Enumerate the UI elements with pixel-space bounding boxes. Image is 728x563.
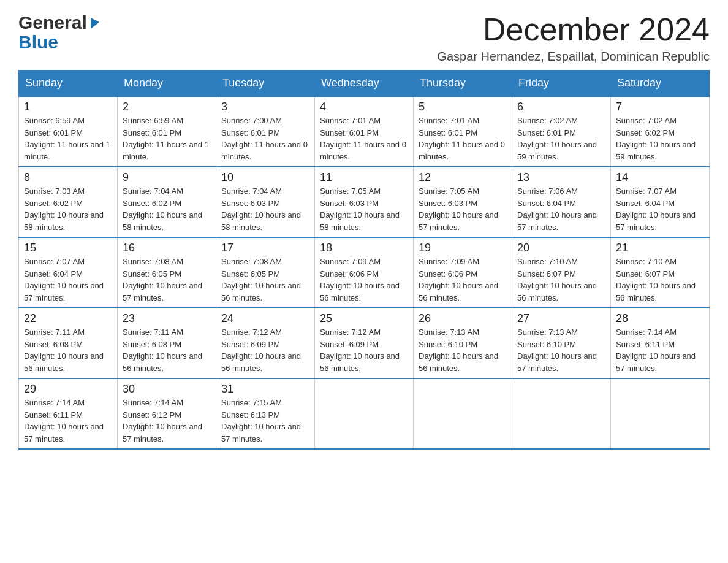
day-number: 31 (221, 383, 309, 396)
logo-blue-text: Blue (18, 33, 58, 52)
calendar-cell: 14 Sunrise: 7:07 AMSunset: 6:04 PMDaylig… (611, 167, 710, 237)
logo-general-line: General (18, 12, 102, 33)
day-number: 17 (221, 242, 309, 255)
day-number: 9 (123, 171, 211, 184)
day-info: Sunrise: 7:08 AMSunset: 6:05 PMDaylight:… (221, 257, 301, 302)
day-number: 5 (419, 101, 507, 113)
day-info: Sunrise: 7:07 AMSunset: 6:04 PMDaylight:… (24, 257, 104, 302)
day-info: Sunrise: 7:01 AMSunset: 6:01 PMDaylight:… (320, 116, 406, 161)
day-number: 11 (320, 171, 408, 184)
day-info: Sunrise: 7:03 AMSunset: 6:02 PMDaylight:… (24, 186, 104, 232)
day-number: 15 (24, 242, 112, 255)
day-info: Sunrise: 7:07 AMSunset: 6:04 PMDaylight:… (616, 186, 696, 232)
calendar-cell: 19 Sunrise: 7:09 AMSunset: 6:06 PMDaylig… (414, 237, 512, 308)
calendar-cell: 18 Sunrise: 7:09 AMSunset: 6:06 PMDaylig… (315, 237, 414, 308)
day-number: 22 (24, 312, 112, 325)
day-info: Sunrise: 7:11 AMSunset: 6:08 PMDaylight:… (24, 327, 104, 373)
calendar-cell: 7 Sunrise: 7:02 AMSunset: 6:02 PMDayligh… (611, 96, 710, 167)
calendar-cell: 5 Sunrise: 7:01 AMSunset: 6:01 PMDayligh… (414, 96, 512, 167)
calendar-cell: 13 Sunrise: 7:06 AMSunset: 6:04 PMDaylig… (512, 167, 611, 237)
day-info: Sunrise: 7:04 AMSunset: 6:03 PMDaylight:… (221, 186, 301, 232)
day-info: Sunrise: 7:15 AMSunset: 6:13 PMDaylight:… (221, 398, 301, 443)
calendar-cell: 17 Sunrise: 7:08 AMSunset: 6:05 PMDaylig… (216, 237, 315, 308)
calendar-table: SundayMondayTuesdayWednesdayThursdayFrid… (18, 70, 710, 450)
calendar-week-row: 29 Sunrise: 7:14 AMSunset: 6:11 PMDaylig… (19, 378, 710, 449)
calendar-cell (611, 378, 710, 449)
day-info: Sunrise: 7:10 AMSunset: 6:07 PMDaylight:… (517, 257, 597, 302)
calendar-week-row: 22 Sunrise: 7:11 AMSunset: 6:08 PMDaylig… (19, 308, 710, 378)
day-number: 7 (616, 101, 704, 113)
title-area: December 2024 Gaspar Hernandez, Espailla… (437, 12, 710, 64)
day-info: Sunrise: 7:02 AMSunset: 6:02 PMDaylight:… (616, 116, 696, 161)
day-number: 27 (517, 312, 605, 325)
calendar-cell (315, 378, 414, 449)
weekday-header-tuesday: Tuesday (216, 71, 315, 97)
weekday-header-saturday: Saturday (611, 71, 710, 97)
day-number: 20 (517, 242, 605, 255)
day-number: 21 (616, 242, 704, 255)
calendar-cell: 1 Sunrise: 6:59 AMSunset: 6:01 PMDayligh… (19, 96, 118, 167)
day-info: Sunrise: 7:14 AMSunset: 6:11 PMDaylight:… (616, 327, 696, 373)
day-info: Sunrise: 7:11 AMSunset: 6:08 PMDaylight:… (123, 327, 202, 373)
day-number: 30 (123, 383, 211, 396)
calendar-cell: 30 Sunrise: 7:14 AMSunset: 6:12 PMDaylig… (118, 378, 216, 449)
day-number: 1 (24, 101, 112, 113)
day-info: Sunrise: 7:12 AMSunset: 6:09 PMDaylight:… (320, 327, 400, 373)
day-info: Sunrise: 7:14 AMSunset: 6:12 PMDaylight:… (123, 398, 202, 443)
day-info: Sunrise: 7:02 AMSunset: 6:01 PMDaylight:… (517, 116, 597, 161)
weekday-header-wednesday: Wednesday (315, 71, 414, 97)
calendar-week-row: 8 Sunrise: 7:03 AMSunset: 6:02 PMDayligh… (19, 167, 710, 237)
calendar-cell (414, 378, 512, 449)
day-number: 18 (320, 242, 408, 255)
month-title: December 2024 (437, 12, 710, 47)
day-info: Sunrise: 7:09 AMSunset: 6:06 PMDaylight:… (320, 257, 400, 302)
calendar-cell: 25 Sunrise: 7:12 AMSunset: 6:09 PMDaylig… (315, 308, 414, 378)
day-info: Sunrise: 7:13 AMSunset: 6:10 PMDaylight:… (419, 327, 498, 373)
weekday-header-monday: Monday (118, 71, 216, 97)
day-number: 6 (517, 101, 605, 113)
page-header: General Blue December 2024 Gaspar Hernan… (18, 12, 710, 64)
calendar-week-row: 15 Sunrise: 7:07 AMSunset: 6:04 PMDaylig… (19, 237, 710, 308)
calendar-cell (512, 378, 611, 449)
day-number: 8 (24, 171, 112, 184)
calendar-cell: 9 Sunrise: 7:04 AMSunset: 6:02 PMDayligh… (118, 167, 216, 237)
day-number: 28 (616, 312, 704, 325)
day-number: 29 (24, 383, 112, 396)
calendar-cell: 4 Sunrise: 7:01 AMSunset: 6:01 PMDayligh… (315, 96, 414, 167)
calendar-cell: 12 Sunrise: 7:05 AMSunset: 6:03 PMDaylig… (414, 167, 512, 237)
weekday-header-thursday: Thursday (414, 71, 512, 97)
calendar-cell: 8 Sunrise: 7:03 AMSunset: 6:02 PMDayligh… (19, 167, 118, 237)
calendar-cell: 23 Sunrise: 7:11 AMSunset: 6:08 PMDaylig… (118, 308, 216, 378)
logo: General Blue (18, 12, 102, 52)
day-info: Sunrise: 7:13 AMSunset: 6:10 PMDaylight:… (517, 327, 597, 373)
day-info: Sunrise: 7:12 AMSunset: 6:09 PMDaylight:… (221, 327, 301, 373)
day-info: Sunrise: 7:04 AMSunset: 6:02 PMDaylight:… (123, 186, 202, 232)
day-number: 13 (517, 171, 605, 184)
weekday-header-sunday: Sunday (19, 71, 118, 97)
day-info: Sunrise: 7:05 AMSunset: 6:03 PMDaylight:… (419, 186, 498, 232)
location-subtitle: Gaspar Hernandez, Espaillat, Dominican R… (437, 50, 710, 64)
calendar-cell: 3 Sunrise: 7:00 AMSunset: 6:01 PMDayligh… (216, 96, 315, 167)
calendar-cell: 16 Sunrise: 7:08 AMSunset: 6:05 PMDaylig… (118, 237, 216, 308)
day-number: 16 (123, 242, 211, 255)
day-number: 26 (419, 312, 507, 325)
day-number: 4 (320, 101, 408, 113)
day-info: Sunrise: 7:00 AMSunset: 6:01 PMDaylight:… (221, 116, 308, 161)
day-info: Sunrise: 7:10 AMSunset: 6:07 PMDaylight:… (616, 257, 696, 302)
day-info: Sunrise: 7:01 AMSunset: 6:01 PMDaylight:… (419, 116, 505, 161)
calendar-cell: 21 Sunrise: 7:10 AMSunset: 6:07 PMDaylig… (611, 237, 710, 308)
calendar-cell: 28 Sunrise: 7:14 AMSunset: 6:11 PMDaylig… (611, 308, 710, 378)
calendar-week-row: 1 Sunrise: 6:59 AMSunset: 6:01 PMDayligh… (19, 96, 710, 167)
day-number: 23 (123, 312, 211, 325)
day-info: Sunrise: 7:08 AMSunset: 6:05 PMDaylight:… (123, 257, 202, 302)
calendar-cell: 29 Sunrise: 7:14 AMSunset: 6:11 PMDaylig… (19, 378, 118, 449)
logo-general-text: General (18, 12, 87, 33)
day-number: 2 (123, 101, 211, 113)
calendar-cell: 6 Sunrise: 7:02 AMSunset: 6:01 PMDayligh… (512, 96, 611, 167)
calendar-cell: 11 Sunrise: 7:05 AMSunset: 6:03 PMDaylig… (315, 167, 414, 237)
calendar-cell: 31 Sunrise: 7:15 AMSunset: 6:13 PMDaylig… (216, 378, 315, 449)
day-number: 14 (616, 171, 704, 184)
weekday-header-friday: Friday (512, 71, 611, 97)
day-info: Sunrise: 6:59 AMSunset: 6:01 PMDaylight:… (24, 116, 110, 161)
calendar-cell: 20 Sunrise: 7:10 AMSunset: 6:07 PMDaylig… (512, 237, 611, 308)
